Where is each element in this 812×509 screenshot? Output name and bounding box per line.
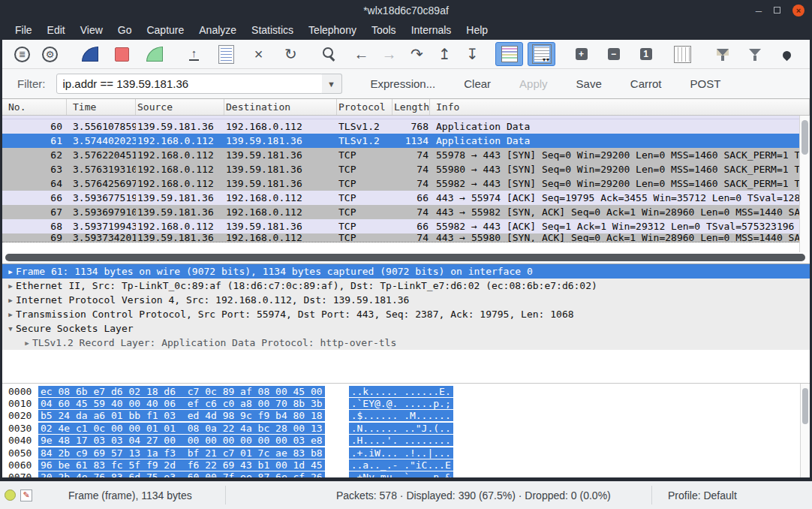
horizontal-scrollbar[interactable] bbox=[2, 252, 810, 264]
detail-row[interactable]: ▶ Internet Protocol Version 4, Src: 192.… bbox=[2, 293, 810, 307]
detail-row[interactable]: ▶ Ethernet II, Src: Tp-LinkT_0c:89:af (1… bbox=[2, 279, 810, 293]
menu-item[interactable]: Go bbox=[110, 22, 140, 38]
scrollbar-thumb[interactable] bbox=[801, 120, 808, 155]
packet-row[interactable]: 69 3.593734201 139.59.181.36 192.168.0.1… bbox=[2, 233, 799, 242]
packet-row[interactable]: 64 3.576425697 192.168.0.112 139.59.181.… bbox=[2, 176, 799, 191]
hex-bytes[interactable]: 20 2b 4e 76 83 6d 75 e3 60 00 7f ee 87 6… bbox=[38, 471, 325, 477]
filter-button[interactable]: Carrot bbox=[630, 77, 662, 90]
close-capture-file-icon[interactable]: × bbox=[245, 42, 272, 66]
go-forward-icon[interactable]: → bbox=[375, 42, 403, 66]
hex-bytes[interactable]: 04 60 45 59 40 00 40 06 ef c6 c0 a8 00 7… bbox=[38, 398, 325, 409]
go-back-icon[interactable]: ← bbox=[347, 42, 375, 66]
filter-button[interactable]: Apply bbox=[519, 77, 548, 90]
minimize-button[interactable]: – bbox=[756, 7, 762, 14]
detail-row[interactable]: ▶ Transmission Control Protocol, Src Por… bbox=[2, 307, 810, 321]
filter-input[interactable] bbox=[56, 74, 323, 94]
hex-row[interactable]: 0040 9e 48 17 03 03 04 27 00 00 00 00 00… bbox=[2, 435, 810, 447]
go-to-first-icon[interactable]: ↥ bbox=[431, 42, 459, 66]
save-capture-file-icon[interactable] bbox=[212, 42, 240, 66]
hex-ascii[interactable]: .$...... .M...... bbox=[349, 410, 453, 421]
hex-ascii[interactable]: ..k..... ......E. bbox=[349, 386, 453, 397]
hex-bytes[interactable]: 96 be 61 83 fc 5f f9 2d f6 22 69 43 b1 0… bbox=[38, 459, 325, 471]
status-profile[interactable]: Profile: Default bbox=[668, 489, 737, 501]
expand-arrow-icon[interactable]: ▶ bbox=[5, 268, 16, 276]
colorize-packets-icon[interactable] bbox=[495, 42, 523, 66]
filter-dropdown-button[interactable]: ▼ bbox=[322, 74, 342, 94]
capture-stop-icon[interactable] bbox=[108, 42, 136, 66]
detail-row[interactable]: ▶ Frame 61: 1134 bytes on wire (9072 bit… bbox=[2, 264, 810, 279]
expand-arrow-icon[interactable]: ▶ bbox=[5, 297, 16, 304]
packet-row[interactable]: 63 3.576319310 192.168.0.112 139.59.181.… bbox=[2, 162, 799, 176]
hex-scrollbar-thumb[interactable] bbox=[802, 388, 808, 424]
hex-ascii[interactable]: .N...... .."J.(.. bbox=[349, 423, 453, 434]
filter-button[interactable]: Expression... bbox=[371, 77, 436, 90]
expert-info-icon[interactable] bbox=[5, 489, 16, 501]
go-to-last-icon[interactable]: ↧ bbox=[459, 42, 486, 66]
expand-arrow-icon[interactable]: ▶ bbox=[22, 339, 32, 347]
hex-row[interactable]: 0000 ec 08 6b e7 d6 02 18 d6 c7 0c 89 af… bbox=[2, 385, 810, 397]
hex-row[interactable]: 0070 20 2b 4e 76 83 6d 75 e3 60 00 7f ee… bbox=[2, 471, 810, 477]
capture-options-icon[interactable]: ⚙ bbox=[36, 42, 64, 66]
filter-button[interactable]: Clear bbox=[464, 77, 491, 90]
capture-comment-icon[interactable]: ✎ bbox=[20, 489, 32, 501]
column-header-destination[interactable]: Destination bbox=[224, 99, 337, 115]
capture-filters-icon[interactable] bbox=[708, 42, 736, 66]
hex-row[interactable]: 0060 96 be 61 83 fc 5f f9 2d f6 22 69 43… bbox=[2, 459, 810, 471]
packet-row[interactable]: 60 3.556107859 139.59.181.36 192.168.0.1… bbox=[2, 119, 799, 134]
hex-ascii[interactable]: .`EY@.@. .....p.; bbox=[349, 398, 453, 409]
hex-ascii[interactable]: .H....'. ........ bbox=[349, 435, 453, 446]
resize-columns-icon[interactable] bbox=[669, 42, 696, 66]
menu-item[interactable]: View bbox=[73, 22, 110, 38]
column-header-time[interactable]: Time bbox=[67, 99, 136, 115]
auto-scroll-icon[interactable] bbox=[528, 42, 555, 66]
reload-capture-icon[interactable]: ↻ bbox=[277, 42, 305, 66]
zoom-out-icon[interactable]: − bbox=[600, 42, 627, 66]
menu-item[interactable]: Internals bbox=[404, 22, 459, 38]
expand-arrow-icon[interactable]: ▶ bbox=[5, 311, 16, 318]
filter-button[interactable]: POST bbox=[690, 77, 721, 90]
hex-ascii[interactable]: ..a.._.- ."iC...E bbox=[349, 459, 453, 471]
menu-item[interactable]: Capture bbox=[139, 22, 191, 38]
display-filters-icon[interactable] bbox=[741, 42, 768, 66]
menu-item[interactable]: Statistics bbox=[244, 22, 301, 38]
hex-ascii[interactable]: +Nv.mu. `....n.& bbox=[349, 471, 453, 477]
horizontal-scrollbar-thumb[interactable] bbox=[5, 254, 805, 261]
zoom-in-icon[interactable]: + bbox=[567, 42, 595, 66]
hex-bytes[interactable]: 02 4e c1 0c 00 00 01 01 08 0a 22 4a bc 2… bbox=[38, 423, 325, 434]
column-header-length[interactable]: Length bbox=[392, 99, 430, 115]
find-packet-icon[interactable] bbox=[314, 42, 341, 66]
capture-restart-icon[interactable] bbox=[140, 42, 168, 66]
packet-row[interactable]: 68 3.593719943 192.168.0.112 139.59.181.… bbox=[2, 219, 799, 233]
list-interfaces-icon[interactable]: ≣ bbox=[8, 42, 36, 66]
menu-item[interactable]: Edit bbox=[40, 22, 73, 38]
restore-button[interactable] bbox=[774, 7, 780, 14]
detail-row[interactable]: ▶ TLSv1.2 Record Layer: Application Data… bbox=[2, 336, 810, 350]
packet-row[interactable]: 66 3.593677519 139.59.181.36 192.168.0.1… bbox=[2, 191, 799, 205]
preferences-icon[interactable]: ⚙ bbox=[805, 42, 812, 66]
close-button[interactable]: × bbox=[792, 5, 804, 17]
menu-item[interactable]: Tools bbox=[364, 22, 404, 38]
hex-scrollbar[interactable] bbox=[800, 384, 810, 477]
zoom-100-icon[interactable]: 1 bbox=[632, 42, 660, 66]
column-header-no[interactable]: No. bbox=[2, 99, 67, 115]
hex-bytes[interactable]: b5 24 da a6 01 bb f1 03 ed 4d 98 9c f9 b… bbox=[38, 410, 325, 421]
filter-button[interactable]: Save bbox=[576, 77, 602, 90]
packet-row[interactable]: 67 3.593697910 139.59.181.36 192.168.0.1… bbox=[2, 205, 799, 219]
column-header-protocol[interactable]: Protocol bbox=[337, 99, 392, 115]
packet-row[interactable]: 62 3.576220451 192.168.0.112 139.59.181.… bbox=[2, 148, 799, 162]
column-header-info[interactable]: Info bbox=[430, 99, 810, 115]
menu-item[interactable]: Telephony bbox=[301, 22, 364, 38]
hex-row[interactable]: 0030 02 4e c1 0c 00 00 01 01 08 0a 22 4a… bbox=[2, 422, 810, 434]
coloring-rules-icon[interactable] bbox=[773, 42, 801, 66]
hex-bytes[interactable]: 9e 48 17 03 03 04 27 00 00 00 00 00 00 0… bbox=[38, 435, 325, 446]
hex-bytes[interactable]: ec 08 6b e7 d6 02 18 d6 c7 0c 89 af 08 0… bbox=[38, 386, 325, 397]
column-header-source[interactable]: Source bbox=[136, 99, 224, 115]
menu-item[interactable]: Analyze bbox=[191, 22, 244, 38]
menu-item[interactable]: Help bbox=[459, 22, 495, 38]
detail-row[interactable]: ▼ Secure Sockets Layer bbox=[2, 321, 810, 336]
open-capture-file-icon[interactable]: ↑ bbox=[180, 42, 208, 66]
hex-bytes[interactable]: 84 2b c9 69 57 13 1a f3 bf 21 c7 01 7c a… bbox=[38, 447, 325, 459]
packet-list-scrollbar[interactable] bbox=[799, 116, 810, 252]
hex-ascii[interactable]: .+.iW... .!..|... bbox=[349, 447, 453, 459]
menu-item[interactable]: File bbox=[8, 22, 40, 38]
